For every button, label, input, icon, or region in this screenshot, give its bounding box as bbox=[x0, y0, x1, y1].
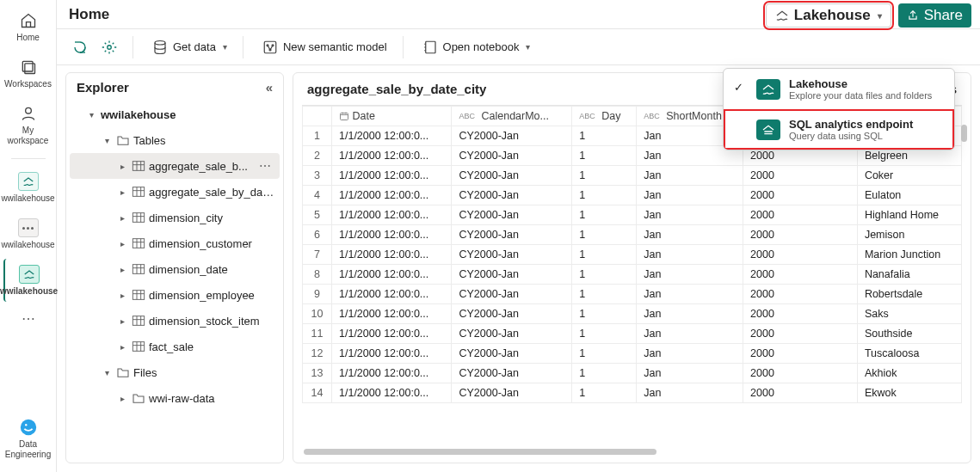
rail-workspaces[interactable]: Workspaces bbox=[3, 52, 53, 95]
row-number: 2 bbox=[303, 146, 332, 166]
row-number: 11 bbox=[303, 324, 332, 344]
svg-rect-13 bbox=[133, 187, 144, 197]
more-button[interactable]: ⋯ bbox=[256, 159, 274, 173]
column-header[interactable]: ABC Day bbox=[572, 107, 637, 126]
settings-button[interactable] bbox=[98, 36, 120, 58]
folder-icon bbox=[132, 392, 145, 404]
cell: 1/1/2000 12:00:0... bbox=[332, 186, 452, 205]
cell: 1 bbox=[572, 383, 637, 403]
chevron-down-icon: ▾ bbox=[101, 136, 113, 145]
cell: Saks bbox=[857, 304, 961, 324]
rail-lakehouse-3[interactable]: wwilakehouse bbox=[3, 259, 53, 302]
row-number: 13 bbox=[303, 364, 332, 383]
horizontal-scrollbar[interactable] bbox=[304, 449, 945, 457]
tree-label: Files bbox=[133, 366, 274, 379]
cell: Jemison bbox=[857, 225, 961, 245]
cell: Jan bbox=[637, 245, 743, 265]
tree-table-item[interactable]: ▸ dimension_city bbox=[70, 205, 280, 230]
page-title: Home bbox=[69, 6, 109, 23]
collapse-explorer-button[interactable]: « bbox=[266, 80, 273, 95]
new-semantic-model-button[interactable]: New semantic model bbox=[259, 36, 391, 58]
cell: Ekwok bbox=[857, 383, 961, 403]
vertical-scrollbar[interactable] bbox=[958, 125, 967, 449]
cell: 1 bbox=[572, 146, 637, 166]
tree-label: Tables bbox=[133, 134, 274, 147]
tree-label: dimension_employee bbox=[149, 289, 274, 302]
rail-home[interactable]: Home bbox=[3, 5, 53, 48]
tree-files[interactable]: ▾ Files bbox=[70, 359, 280, 385]
table-row[interactable]: 71/1/2000 12:00:0...CY2000-Jan1Jan2000Ma… bbox=[303, 245, 962, 265]
tree-root[interactable]: ▾ wwilakehouse bbox=[70, 101, 280, 127]
cell: 1/1/2000 12:00:0... bbox=[332, 205, 452, 225]
tree-label: dimension_customer bbox=[149, 237, 274, 250]
tree-table-item[interactable]: ▸ dimension_date bbox=[70, 256, 280, 282]
table-row[interactable]: 111/1/2000 12:00:0...CY2000-Jan1Jan2000S… bbox=[303, 324, 962, 344]
tree-table-item[interactable]: ▸ dimension_stock_item bbox=[70, 308, 280, 334]
table-row[interactable]: 121/1/2000 12:00:0...CY2000-Jan1Jan2000T… bbox=[303, 344, 962, 364]
row-number: 14 bbox=[303, 383, 332, 403]
cell: Jan bbox=[637, 265, 743, 285]
rail-lakehouse-1[interactable]: wwilakehouse bbox=[3, 166, 53, 209]
table-row[interactable]: 41/1/2000 12:00:0...CY2000-Jan1Jan2000Eu… bbox=[303, 186, 962, 205]
cell: 1 bbox=[572, 324, 637, 344]
menu-option-lakehouse[interactable]: ✓ Lakehouse Explore your data files and … bbox=[724, 69, 954, 109]
table-row[interactable]: 101/1/2000 12:00:0...CY2000-Jan1Jan2000S… bbox=[303, 304, 962, 324]
table-row[interactable]: 141/1/2000 12:00:0...CY2000-Jan1Jan2000E… bbox=[303, 383, 962, 403]
cell: Jan bbox=[637, 304, 743, 324]
cell: CY2000-Jan bbox=[452, 205, 572, 225]
rail-lakehouse-2[interactable]: wwilakehouse bbox=[3, 212, 53, 255]
svg-rect-11 bbox=[425, 41, 435, 53]
chevron-right-icon: ▸ bbox=[116, 187, 128, 197]
explorer-tree: ▾ wwilakehouse ▾ Tables ▸ aggregate_sale… bbox=[66, 100, 283, 418]
rail-data-engineering[interactable]: Data Engineering bbox=[3, 412, 53, 465]
cell: Robertsdale bbox=[857, 285, 961, 304]
table-row[interactable]: 91/1/2000 12:00:0...CY2000-Jan1Jan2000Ro… bbox=[303, 285, 962, 304]
tree-table-item[interactable]: ▸ dimension_employee bbox=[70, 282, 280, 308]
table-row[interactable]: 31/1/2000 12:00:0...CY2000-Jan1Jan2000Co… bbox=[303, 166, 962, 186]
option-title: SQL analytics endpoint bbox=[789, 118, 913, 131]
cell: 1/1/2000 12:00:0... bbox=[332, 146, 452, 166]
cell: 2000 bbox=[743, 304, 858, 324]
tree-folder-item[interactable]: ▸ wwi-raw-data bbox=[70, 385, 280, 411]
cell: Southside bbox=[857, 324, 961, 344]
get-data-button[interactable]: Get data ▾ bbox=[149, 36, 231, 58]
cell: 2000 bbox=[743, 383, 858, 403]
data-engineering-icon bbox=[18, 417, 39, 438]
refresh-button[interactable] bbox=[69, 36, 91, 58]
table-icon bbox=[132, 186, 145, 198]
tree-table-item[interactable]: ▸ aggregate_sale_b... ⋯ bbox=[70, 153, 280, 179]
row-number: 4 bbox=[303, 186, 332, 205]
svg-rect-15 bbox=[133, 239, 144, 248]
table-row[interactable]: 81/1/2000 12:00:0...CY2000-Jan1Jan2000Na… bbox=[303, 265, 962, 285]
cell: CY2000-Jan bbox=[452, 126, 572, 146]
column-header[interactable]: Date bbox=[332, 107, 452, 126]
tree-table-item[interactable]: ▸ fact_sale bbox=[70, 334, 280, 359]
notebook-icon bbox=[422, 40, 438, 55]
cell: 1/1/2000 12:00:0... bbox=[332, 304, 452, 324]
table-row[interactable]: 61/1/2000 12:00:0...CY2000-Jan1Jan2000Je… bbox=[303, 225, 962, 245]
cell: 2000 bbox=[743, 186, 858, 205]
left-rail: Home Workspaces My workspace wwilakehous… bbox=[0, 0, 57, 472]
cell: 1 bbox=[572, 186, 637, 205]
rail-more[interactable]: ⋯ bbox=[3, 305, 53, 332]
cell: 2000 bbox=[743, 205, 858, 225]
menu-option-sql-endpoint[interactable]: SQL analytics endpoint Query data using … bbox=[724, 109, 954, 150]
share-button[interactable]: Share bbox=[898, 3, 971, 28]
tree-table-item[interactable]: ▸ dimension_customer bbox=[70, 230, 280, 256]
column-header[interactable]: ABC CalendarMo... bbox=[452, 107, 572, 126]
tree-tables[interactable]: ▾ Tables bbox=[70, 127, 280, 153]
cell: 1/1/2000 12:00:0... bbox=[332, 166, 452, 186]
svg-point-3 bbox=[20, 420, 35, 435]
grid-scroll[interactable]: DateABC CalendarMo...ABC DayABC ShortMon… bbox=[302, 105, 962, 454]
workspace-type-switcher[interactable]: Lakehouse ▾ bbox=[766, 3, 891, 28]
data-preview-panel: aggregate_sale_by_date_city 1000 rows ✓ … bbox=[293, 72, 971, 463]
tree-label: fact_sale bbox=[149, 340, 274, 353]
table-row[interactable]: 51/1/2000 12:00:0...CY2000-Jan1Jan2000Hi… bbox=[303, 205, 962, 225]
table-row[interactable]: 131/1/2000 12:00:0...CY2000-Jan1Jan2000A… bbox=[303, 364, 962, 383]
open-notebook-button[interactable]: Open notebook ▾ bbox=[419, 36, 534, 58]
tree-table-item[interactable]: ▸ aggregate_sale_by_date... bbox=[70, 179, 280, 205]
cell: 2000 bbox=[743, 265, 858, 285]
rail-myworkspace[interactable]: My workspace bbox=[3, 98, 53, 151]
cell: CY2000-Jan bbox=[452, 166, 572, 186]
model-icon bbox=[262, 40, 278, 55]
